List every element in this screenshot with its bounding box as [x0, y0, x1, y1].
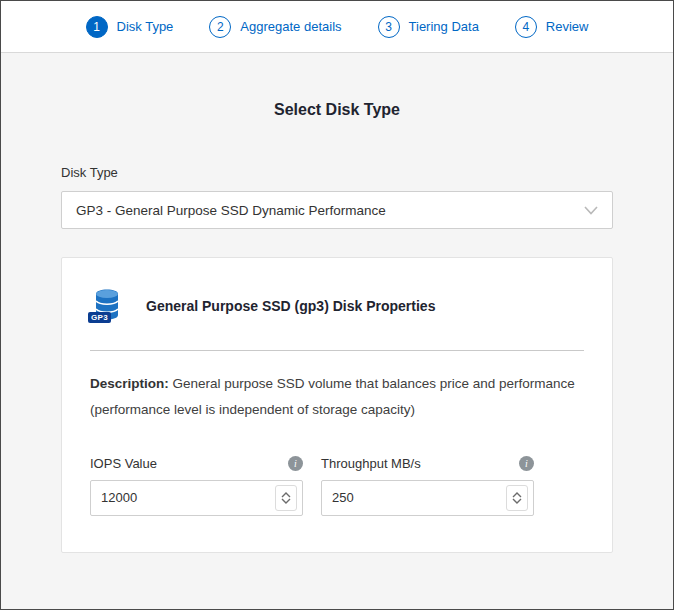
step-label: Disk Type	[117, 19, 174, 34]
throughput-input-wrap	[321, 480, 534, 516]
disk-type-selected-value: GP3 - General Purpose SSD Dynamic Perfor…	[76, 203, 386, 218]
chevron-down-icon	[584, 206, 598, 215]
step-label: Aggregate details	[240, 19, 341, 34]
card-divider	[90, 350, 584, 351]
chevron-down-icon	[512, 498, 522, 504]
step-number-badge: 3	[378, 16, 400, 38]
gp3-disk-icon: GP3	[90, 288, 128, 324]
disk-type-label: Disk Type	[61, 165, 613, 180]
step-number-badge: 4	[515, 16, 537, 38]
throughput-field-header: Throughput MB/s i	[321, 456, 534, 471]
throughput-input[interactable]	[322, 490, 506, 505]
iops-field-header: IOPS Value i	[90, 456, 303, 471]
gp3-badge-label: GP3	[88, 312, 111, 323]
iops-field: IOPS Value i	[90, 456, 303, 516]
iops-input[interactable]	[91, 490, 275, 505]
description-label: Description:	[90, 376, 169, 391]
performance-fields-row: IOPS Value i Throughput MB/s i	[90, 456, 584, 516]
wizard-steps-bar: 1 Disk Type 2 Aggregate details 3 Tierin…	[1, 1, 673, 53]
step-review[interactable]: 4 Review	[515, 16, 589, 38]
disk-type-select[interactable]: GP3 - General Purpose SSD Dynamic Perfor…	[61, 191, 613, 229]
step-aggregate-details[interactable]: 2 Aggregate details	[209, 16, 341, 38]
info-icon[interactable]: i	[288, 456, 303, 471]
throughput-label: Throughput MB/s	[321, 456, 421, 471]
iops-label: IOPS Value	[90, 456, 157, 471]
step-label: Tiering Data	[409, 19, 479, 34]
page-title: Select Disk Type	[61, 101, 613, 119]
iops-stepper[interactable]	[275, 485, 297, 511]
step-disk-type[interactable]: 1 Disk Type	[86, 16, 174, 38]
step-number-badge: 1	[86, 16, 108, 38]
info-icon[interactable]: i	[519, 456, 534, 471]
throughput-stepper[interactable]	[506, 485, 528, 511]
card-title: General Purpose SSD (gp3) Disk Propertie…	[146, 298, 435, 314]
step-number-badge: 2	[209, 16, 231, 38]
main-content: Select Disk Type Disk Type GP3 - General…	[1, 101, 673, 553]
wizard-page: 1 Disk Type 2 Aggregate details 3 Tierin…	[0, 0, 674, 610]
iops-input-wrap	[90, 480, 303, 516]
card-header: GP3 General Purpose SSD (gp3) Disk Prope…	[90, 288, 584, 324]
step-tiering-data[interactable]: 3 Tiering Data	[378, 16, 479, 38]
description-text: Description: General purpose SSD volume …	[90, 371, 584, 424]
disk-properties-card: GP3 General Purpose SSD (gp3) Disk Prope…	[61, 257, 613, 553]
chevron-down-icon	[281, 498, 291, 504]
throughput-field: Throughput MB/s i	[321, 456, 534, 516]
step-label: Review	[546, 19, 589, 34]
